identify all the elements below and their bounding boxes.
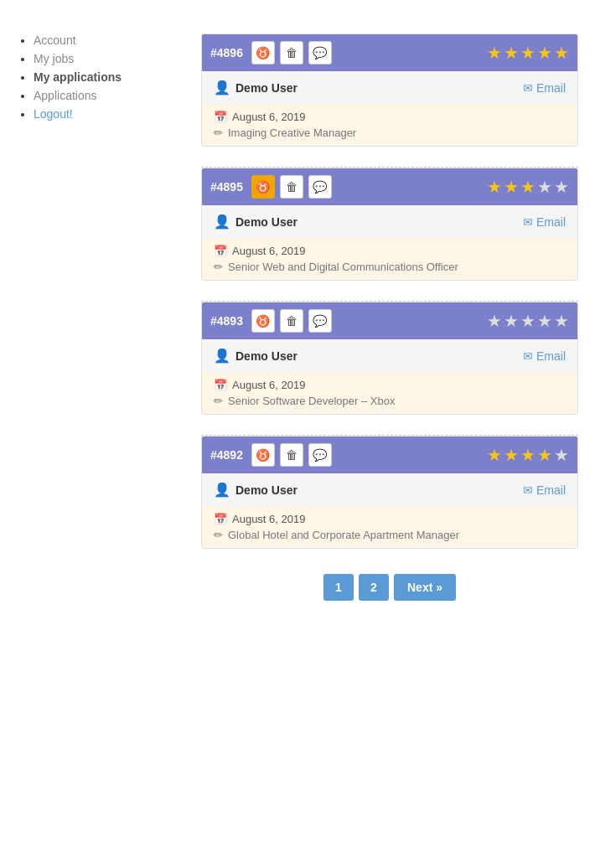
star-filled[interactable]: ★: [504, 177, 519, 197]
star-rating: ★★★★★: [487, 43, 569, 63]
user-info: 👤Demo User: [214, 348, 298, 364]
sidebar-link-logout[interactable]: Logout!: [34, 107, 73, 121]
card-header: #4895♉🗑💬★★★★★: [202, 168, 577, 205]
application-date: August 6, 2019: [232, 379, 305, 391]
email-label: Email: [536, 483, 566, 497]
star-empty[interactable]: ★: [504, 311, 519, 331]
email-icon: ✉: [523, 215, 533, 229]
star-empty[interactable]: ★: [554, 311, 569, 331]
comment-button[interactable]: 💬: [308, 41, 332, 65]
user-icon: 👤: [214, 80, 230, 96]
next-page-button[interactable]: Next »: [394, 574, 456, 601]
user-name: Demo User: [235, 215, 298, 229]
user-name: Demo User: [235, 483, 298, 497]
card-body: 👤Demo User✉Email: [202, 473, 577, 506]
star-filled[interactable]: ★: [520, 445, 536, 465]
application-id: #4896: [210, 46, 243, 59]
star-filled[interactable]: ★: [487, 177, 502, 197]
taurus-icon-button[interactable]: ♉: [251, 443, 275, 467]
email-icon: ✉: [523, 349, 533, 363]
header-actions: ♉🗑💬: [251, 175, 332, 199]
email-link[interactable]: ✉Email: [523, 349, 566, 363]
page-button-2[interactable]: 2: [359, 574, 389, 601]
header-actions: ♉🗑💬: [251, 309, 332, 333]
star-filled[interactable]: ★: [520, 177, 536, 197]
email-link[interactable]: ✉Email: [523, 215, 566, 229]
application-card: #4893♉🗑💬★★★★★👤Demo User✉Email📅August 6, …: [201, 302, 578, 415]
card-footer: 📅August 6, 2019✏Senior Software Develope…: [202, 372, 577, 414]
star-empty[interactable]: ★: [554, 445, 569, 465]
email-label: Email: [536, 215, 566, 229]
comment-button[interactable]: 💬: [308, 175, 332, 199]
job-row: ✏Senior Web and Digital Communications O…: [214, 261, 566, 273]
delete-button[interactable]: 🗑: [280, 175, 303, 199]
star-empty[interactable]: ★: [554, 177, 569, 197]
application-card: #4895♉🗑💬★★★★★👤Demo User✉Email📅August 6, …: [201, 168, 578, 281]
job-icon: ✏: [214, 127, 223, 139]
star-rating: ★★★★★: [487, 445, 569, 465]
star-rating: ★★★★★: [487, 177, 569, 197]
user-info: 👤Demo User: [214, 482, 298, 498]
delete-button[interactable]: 🗑: [280, 41, 303, 65]
user-name: Demo User: [235, 349, 298, 363]
header-actions: ♉🗑💬: [251, 443, 332, 467]
user-icon: 👤: [214, 214, 230, 230]
sidebar-link-my-applications[interactable]: My applications: [34, 70, 122, 84]
user-icon: 👤: [214, 348, 230, 364]
job-title: Senior Web and Digital Communications Of…: [228, 261, 458, 273]
sidebar-item-logout: Logout!: [34, 107, 184, 121]
card-header: #4893♉🗑💬★★★★★: [202, 302, 577, 339]
star-filled[interactable]: ★: [487, 445, 502, 465]
sidebar-item-applications: Applications: [34, 89, 184, 102]
taurus-icon-button[interactable]: ♉: [251, 309, 275, 333]
email-icon: ✉: [523, 81, 533, 95]
sidebar-link-account[interactable]: Account: [34, 34, 76, 47]
sidebar-item-my-applications: My applications: [34, 70, 184, 84]
job-icon: ✏: [214, 395, 223, 407]
date-row: 📅August 6, 2019: [214, 513, 566, 525]
application-id: #4893: [210, 314, 243, 328]
star-filled[interactable]: ★: [537, 43, 552, 63]
comment-button[interactable]: 💬: [308, 309, 332, 333]
delete-button[interactable]: 🗑: [280, 309, 303, 333]
star-filled[interactable]: ★: [504, 445, 519, 465]
date-row: 📅August 6, 2019: [214, 245, 566, 257]
application-id: #4895: [210, 180, 243, 194]
email-link[interactable]: ✉Email: [523, 483, 566, 497]
star-filled[interactable]: ★: [504, 43, 519, 63]
email-icon: ✉: [523, 483, 533, 497]
taurus-icon-button[interactable]: ♉: [251, 175, 275, 199]
sidebar-link-applications[interactable]: Applications: [34, 89, 97, 102]
sidebar-item-account: Account: [34, 34, 184, 47]
email-label: Email: [536, 81, 566, 95]
card-header: #4892♉🗑💬★★★★★: [202, 437, 577, 473]
star-empty[interactable]: ★: [487, 311, 502, 331]
user-info: 👤Demo User: [214, 80, 298, 96]
comment-button[interactable]: 💬: [308, 443, 332, 467]
star-filled[interactable]: ★: [520, 43, 536, 63]
card-body: 👤Demo User✉Email: [202, 339, 577, 372]
star-filled[interactable]: ★: [487, 43, 502, 63]
star-rating: ★★★★★: [487, 311, 569, 331]
star-filled[interactable]: ★: [554, 43, 569, 63]
page-button-1[interactable]: 1: [323, 574, 354, 601]
email-label: Email: [536, 349, 566, 363]
delete-button[interactable]: 🗑: [280, 443, 303, 467]
sidebar-link-my-jobs[interactable]: My jobs: [34, 52, 74, 65]
application-date: August 6, 2019: [232, 513, 305, 525]
calendar-icon: 📅: [214, 245, 227, 257]
taurus-icon-button[interactable]: ♉: [251, 41, 275, 65]
star-empty[interactable]: ★: [537, 311, 552, 331]
star-filled[interactable]: ★: [537, 445, 552, 465]
user-icon: 👤: [214, 482, 230, 498]
date-row: 📅August 6, 2019: [214, 111, 566, 123]
email-link[interactable]: ✉Email: [523, 81, 566, 95]
star-empty[interactable]: ★: [520, 311, 536, 331]
user-name: Demo User: [235, 81, 298, 95]
job-row: ✏Senior Software Developer – Xbox: [214, 395, 566, 407]
star-empty[interactable]: ★: [537, 177, 552, 197]
calendar-icon: 📅: [214, 379, 227, 391]
job-row: ✏Imaging Creative Manager: [214, 127, 566, 139]
calendar-icon: 📅: [214, 111, 227, 123]
application-date: August 6, 2019: [232, 111, 305, 123]
